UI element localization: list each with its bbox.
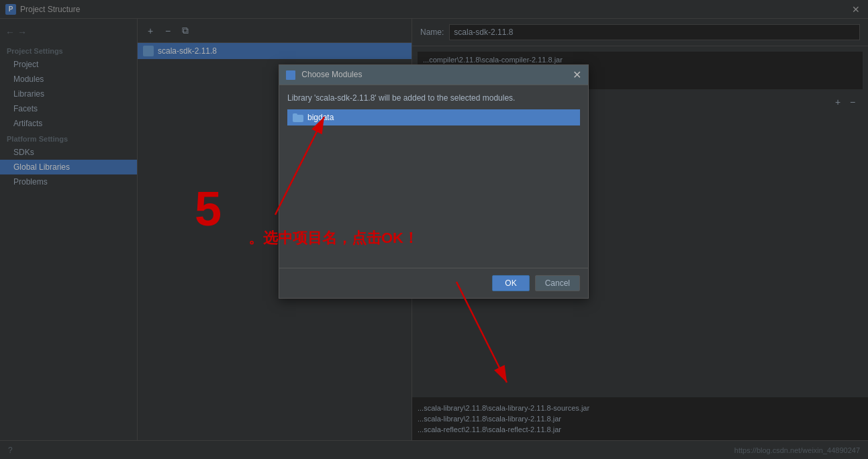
sidebar-item-libraries[interactable]: Libraries — [0, 87, 137, 101]
platform-settings-label: Platform Settings — [0, 131, 137, 145]
module-name: bigdata — [307, 113, 334, 122]
sidebar-item-global-libraries[interactable]: Global Libraries — [0, 160, 137, 174]
modal-title-left: Choose Modules — [286, 70, 362, 80]
name-label: Name: — [420, 28, 444, 37]
title-bar: P Project Structure ✕ — [0, 0, 868, 19]
modal-title-bar: Choose Modules ✕ — [279, 65, 588, 85]
ok-button[interactable]: OK — [492, 275, 529, 291]
help-icon[interactable]: ? — [8, 446, 13, 455]
cancel-button[interactable]: Cancel — [535, 275, 580, 291]
sidebar: ← → Project Settings Project Modules Lib… — [0, 19, 138, 440]
sidebar-item-facets[interactable]: Facets — [0, 101, 137, 116]
modal-body: Library 'scala-sdk-2.11.8' will be added… — [279, 85, 588, 268]
module-item-bigdata[interactable]: bigdata — [287, 109, 580, 125]
sidebar-item-project[interactable]: Project — [0, 57, 137, 72]
lower-paths: ...scala-library\2.11.8\scala-library-2.… — [412, 397, 868, 440]
library-icon — [143, 46, 154, 56]
nav-arrows: ← → — [0, 24, 137, 43]
lower-path-1: ...scala-library\2.11.8\scala-library-2.… — [418, 403, 863, 413]
app-icon: P — [5, 4, 16, 15]
lower-path-2: ...scala-library\2.11.8\scala-library-2.… — [418, 413, 863, 424]
add-path-button[interactable]: + — [830, 95, 845, 109]
library-item-name: scala-sdk-2.11.8 — [158, 46, 217, 56]
remove-path-button[interactable]: − — [845, 95, 860, 109]
sidebar-item-problems[interactable]: Problems — [0, 174, 137, 189]
sidebar-item-modules[interactable]: Modules — [0, 72, 137, 87]
name-input[interactable] — [449, 24, 860, 40]
forward-arrow[interactable]: → — [17, 27, 27, 38]
modal-title-text: Choose Modules — [301, 70, 362, 79]
toolbar: + − ⧉ — [138, 19, 412, 43]
back-arrow[interactable]: ← — [5, 27, 15, 38]
sidebar-item-artifacts[interactable]: Artifacts — [0, 116, 137, 131]
path-item-1: ...compiler\2.11.8\scala-compiler-2.11.8… — [423, 54, 857, 65]
modal-footer: OK Cancel — [279, 268, 588, 298]
modal-title-icon — [286, 70, 295, 80]
remove-button[interactable]: − — [160, 23, 175, 38]
title-bar-left: P Project Structure — [5, 4, 80, 15]
add-button[interactable]: + — [143, 23, 158, 38]
copy-button[interactable]: ⧉ — [178, 23, 193, 38]
status-bar: ? https://blog.csdn.net/weixin_44890247 — [0, 440, 868, 459]
modal-spacer — [287, 125, 580, 260]
project-settings-label: Project Settings — [0, 43, 137, 57]
modal-description: Library 'scala-sdk-2.11.8' will be added… — [287, 93, 580, 103]
modal-close-button[interactable]: ✕ — [573, 70, 581, 81]
status-url: https://blog.csdn.net/weixin_44890247 — [734, 446, 860, 454]
lower-path-3: ...scala-reflect\2.11.8\scala-reflect-2.… — [418, 424, 863, 435]
sidebar-item-sdks[interactable]: SDKs — [0, 145, 137, 160]
name-row: Name: — [412, 19, 868, 46]
library-item-scala-sdk[interactable]: scala-sdk-2.11.8 — [138, 43, 412, 59]
folder-icon — [293, 113, 303, 122]
window-title: Project Structure — [20, 5, 80, 14]
choose-modules-dialog: Choose Modules ✕ Library 'scala-sdk-2.11… — [279, 64, 589, 299]
window-close-button[interactable]: ✕ — [849, 4, 863, 15]
